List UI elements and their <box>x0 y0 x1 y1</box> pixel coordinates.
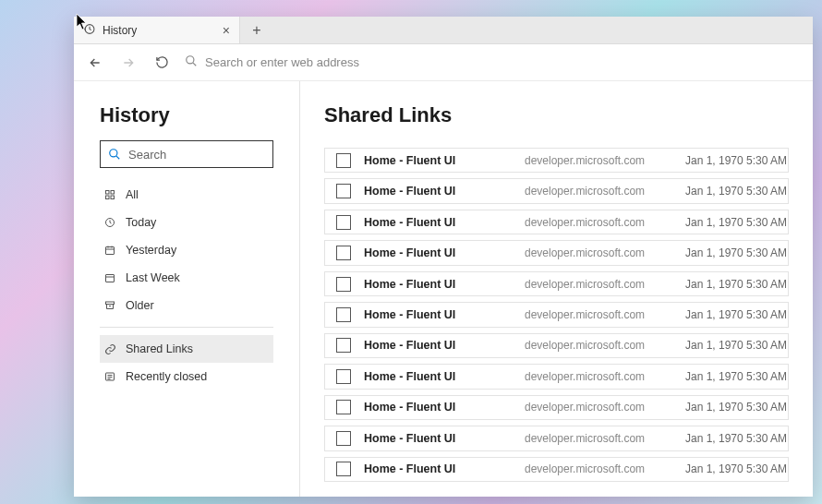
address-bar[interactable]: Search or enter web address <box>185 54 802 70</box>
item-title: Home - Fluent UI <box>364 462 512 475</box>
tab-strip: History × + <box>74 17 813 44</box>
item-timestamp: Jan 1, 1970 5:30 AM <box>658 216 787 229</box>
checkbox[interactable] <box>336 215 351 230</box>
item-title: Home - Fluent UI <box>364 432 512 445</box>
item-title: Home - Fluent UI <box>364 154 512 167</box>
item-title: Home - Fluent UI <box>364 308 512 321</box>
svg-point-2 <box>110 150 117 157</box>
item-timestamp: Jan 1, 1970 5:30 AM <box>658 370 787 383</box>
item-title: Home - Fluent UI <box>364 278 512 291</box>
item-timestamp: Jan 1, 1970 5:30 AM <box>658 462 787 475</box>
svg-point-1 <box>187 56 194 64</box>
new-tab-button[interactable]: + <box>240 17 273 43</box>
calendar-icon <box>103 271 116 284</box>
checkbox[interactable] <box>336 431 351 446</box>
checkbox[interactable] <box>336 277 351 292</box>
mouse-cursor <box>76 14 89 30</box>
sidebar-item-last-week[interactable]: Last Week <box>100 264 273 292</box>
checkbox[interactable] <box>336 338 351 353</box>
grid-icon <box>103 188 116 201</box>
list-item[interactable]: Home - Fluent UIdeveloper.microsoft.comJ… <box>324 395 789 420</box>
item-timestamp: Jan 1, 1970 5:30 AM <box>658 246 787 259</box>
browser-tab[interactable]: History × <box>74 17 240 43</box>
browser-window: History × + Search or enter web address … <box>74 17 813 497</box>
list-item[interactable]: Home - Fluent UIdeveloper.microsoft.comJ… <box>324 240 789 265</box>
checkbox[interactable] <box>336 246 351 260</box>
toolbar: Search or enter web address <box>74 44 813 81</box>
svg-rect-8 <box>106 247 115 255</box>
list-item[interactable]: Home - Fluent UIdeveloper.microsoft.comJ… <box>324 333 789 358</box>
item-url: developer.microsoft.com <box>525 154 645 167</box>
checkbox[interactable] <box>336 307 351 322</box>
svg-rect-9 <box>106 275 115 282</box>
item-url: developer.microsoft.com <box>525 185 645 198</box>
calendar-week-icon <box>103 244 116 257</box>
svg-rect-6 <box>111 196 115 199</box>
item-title: Home - Fluent UI <box>364 246 512 259</box>
list-item[interactable]: Home - Fluent UIdeveloper.microsoft.comJ… <box>324 302 789 327</box>
checkbox[interactable] <box>336 184 351 198</box>
back-button[interactable] <box>85 53 105 73</box>
link-icon <box>103 342 116 355</box>
item-title: Home - Fluent UI <box>364 339 512 352</box>
close-icon[interactable]: × <box>223 23 230 38</box>
search-placeholder: Search <box>128 148 166 162</box>
sidebar-item-all[interactable]: All <box>100 181 273 209</box>
tab-title: History <box>103 24 137 37</box>
sidebar-item-older[interactable]: Older <box>100 292 273 319</box>
forward-button[interactable] <box>118 53 139 73</box>
item-timestamp: Jan 1, 1970 5:30 AM <box>658 308 787 321</box>
item-url: developer.microsoft.com <box>525 401 645 414</box>
search-input[interactable]: Search <box>100 140 273 168</box>
sidebar-nav-other: Shared LinksRecently closed <box>100 335 273 390</box>
item-title: Home - Fluent UI <box>364 401 512 414</box>
list-item[interactable]: Home - Fluent UIdeveloper.microsoft.comJ… <box>324 457 789 482</box>
item-url: developer.microsoft.com <box>525 278 645 291</box>
main-panel: Shared Links Home - Fluent UIdeveloper.m… <box>300 81 813 497</box>
sidebar-item-label: Yesterday <box>126 244 176 257</box>
sidebar-nav-time: AllTodayYesterdayLast WeekOlder <box>100 181 273 319</box>
sidebar-heading: History <box>100 103 273 127</box>
item-title: Home - Fluent UI <box>364 185 512 198</box>
checkbox[interactable] <box>336 369 351 384</box>
item-timestamp: Jan 1, 1970 5:30 AM <box>658 185 787 198</box>
archive-icon <box>103 299 116 312</box>
sidebar-item-today[interactable]: Today <box>100 209 273 236</box>
search-icon <box>185 54 198 70</box>
history-icon <box>103 370 116 383</box>
svg-rect-10 <box>106 302 115 305</box>
item-timestamp: Jan 1, 1970 5:30 AM <box>658 401 787 414</box>
page-content: History Search AllTodayYesterdayLast Wee… <box>74 81 813 497</box>
svg-rect-5 <box>106 196 110 199</box>
shared-links-list: Home - Fluent UIdeveloper.microsoft.comJ… <box>324 148 789 487</box>
sidebar-item-yesterday[interactable]: Yesterday <box>100 236 273 264</box>
item-url: developer.microsoft.com <box>525 339 645 352</box>
sidebar-item-recently-closed[interactable]: Recently closed <box>100 363 273 390</box>
checkbox[interactable] <box>336 400 351 414</box>
list-item[interactable]: Home - Fluent UIdeveloper.microsoft.comJ… <box>324 426 789 450</box>
item-title: Home - Fluent UI <box>364 216 512 229</box>
divider <box>100 327 273 328</box>
sidebar-item-label: Recently closed <box>126 370 207 383</box>
sidebar-item-shared-links[interactable]: Shared Links <box>100 335 273 363</box>
checkbox[interactable] <box>336 153 351 168</box>
sidebar-item-label: Today <box>126 216 156 229</box>
main-heading: Shared Links <box>324 103 789 127</box>
item-timestamp: Jan 1, 1970 5:30 AM <box>658 154 787 167</box>
list-item[interactable]: Home - Fluent UIdeveloper.microsoft.comJ… <box>324 364 789 389</box>
sidebar-item-label: All <box>126 188 139 201</box>
clock-icon <box>103 216 116 229</box>
sidebar-item-label: Shared Links <box>126 342 193 355</box>
sidebar: History Search AllTodayYesterdayLast Wee… <box>74 81 300 497</box>
list-item[interactable]: Home - Fluent UIdeveloper.microsoft.comJ… <box>324 148 789 173</box>
item-timestamp: Jan 1, 1970 5:30 AM <box>658 432 787 445</box>
item-url: developer.microsoft.com <box>525 308 645 321</box>
checkbox[interactable] <box>336 462 351 476</box>
list-item[interactable]: Home - Fluent UIdeveloper.microsoft.comJ… <box>324 178 789 203</box>
sidebar-item-label: Older <box>126 299 154 312</box>
item-title: Home - Fluent UI <box>364 370 512 383</box>
reload-button[interactable] <box>151 53 172 73</box>
list-item[interactable]: Home - Fluent UIdeveloper.microsoft.comJ… <box>324 271 789 296</box>
list-item[interactable]: Home - Fluent UIdeveloper.microsoft.comJ… <box>324 210 789 234</box>
item-url: developer.microsoft.com <box>525 370 645 383</box>
